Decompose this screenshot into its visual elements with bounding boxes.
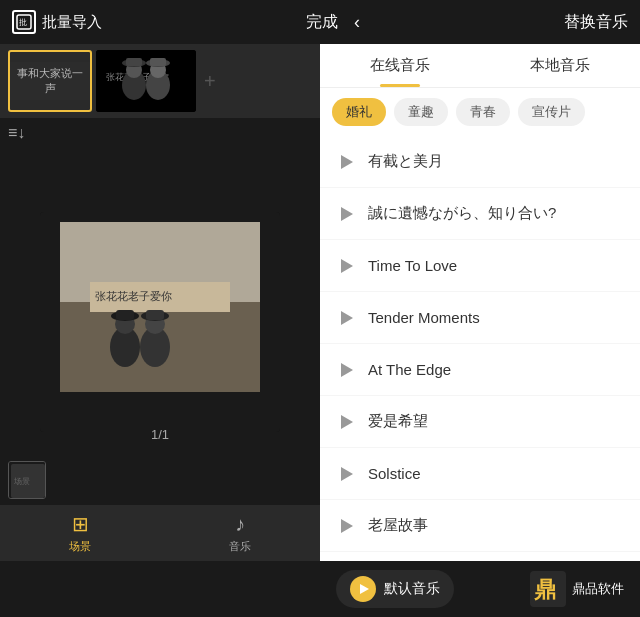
music-tabs: 在线音乐 本地音乐	[320, 44, 640, 88]
play-btn-5[interactable]	[336, 411, 358, 433]
tab-local-music[interactable]: 本地音乐	[480, 44, 640, 87]
strip-thumb-1[interactable]: 场景	[8, 461, 46, 499]
svg-rect-21	[116, 310, 134, 320]
svg-text:批: 批	[19, 18, 27, 27]
complete-button[interactable]: 完成	[306, 12, 338, 33]
play-arrow-icon	[360, 584, 369, 594]
music-item-1[interactable]: 誠に遺憾ながら、知り合い?	[320, 188, 640, 240]
music-title-3: Tender Moments	[368, 309, 480, 326]
svg-text:鼎: 鼎	[534, 577, 556, 602]
bottom-strip: 场景	[0, 455, 320, 505]
play-triangle-icon-4	[341, 363, 353, 377]
right-panel: 在线音乐 本地音乐 婚礼 童趣 青春 宣传片 有截と美月 誠に遺憾ながら、知り合…	[320, 44, 640, 617]
category-row: 婚礼 童趣 青春 宣传片	[320, 88, 640, 136]
music-icon: ♪	[235, 513, 245, 536]
video-preview: 张花花老子爱你 1/1	[0, 192, 320, 452]
svg-text:张花花老子爱你: 张花花老子爱你	[95, 290, 172, 302]
timeline-row: 事和大家说一声 张花花老子爱你 +	[0, 44, 320, 118]
play-btn-3[interactable]	[336, 307, 358, 329]
music-title-7: 老屋故事	[368, 516, 428, 535]
music-item-0[interactable]: 有截と美月	[320, 136, 640, 188]
play-btn-7[interactable]	[336, 515, 358, 537]
music-title-0: 有截と美月	[368, 152, 443, 171]
sort-icon[interactable]: ≡↓	[8, 124, 25, 142]
left-panel: 事和大家说一声 张花花老子爱你 +	[0, 44, 320, 561]
play-btn-6[interactable]	[336, 463, 358, 485]
clip-2[interactable]: 张花花老子爱你	[96, 50, 196, 112]
preview-frame: 张花花老子爱你	[40, 212, 280, 432]
music-item-2[interactable]: Time To Love	[320, 240, 640, 292]
svg-rect-25	[146, 310, 164, 320]
music-title-1: 誠に遺憾ながら、知り合い?	[368, 204, 556, 223]
category-children[interactable]: 童趣	[394, 98, 448, 126]
import-icon: 批	[12, 10, 36, 34]
logo-icon: 鼎	[530, 571, 566, 607]
import-label[interactable]: 批量导入	[42, 13, 102, 32]
right-bottom-bar: 默认音乐 鼎 鼎品软件	[320, 561, 640, 617]
play-btn-4[interactable]	[336, 359, 358, 381]
category-wedding[interactable]: 婚礼	[332, 98, 386, 126]
music-item-3[interactable]: Tender Moments	[320, 292, 640, 344]
music-item-6[interactable]: Solstice	[320, 448, 640, 500]
svg-text:场景: 场景	[13, 477, 30, 486]
clip-1-label[interactable]: 事和大家说一声	[10, 62, 90, 101]
back-arrow-icon[interactable]: ‹	[354, 12, 360, 33]
play-circle-icon	[350, 576, 376, 602]
music-title-4: At The Edge	[368, 361, 451, 378]
play-btn-2[interactable]	[336, 255, 358, 277]
play-btn-0[interactable]	[336, 151, 358, 173]
nav-item-scene[interactable]: ⊞ 场景	[0, 512, 160, 554]
category-youth[interactable]: 青春	[456, 98, 510, 126]
svg-rect-11	[150, 58, 166, 66]
top-bar: 批 批量导入 完成 ‹ 替换音乐	[0, 0, 640, 44]
play-triangle-icon-7	[341, 519, 353, 533]
play-triangle-icon-0	[341, 155, 353, 169]
play-triangle-icon-1	[341, 207, 353, 221]
page-counter: 1/1	[151, 427, 169, 442]
music-title-6: Solstice	[368, 465, 421, 482]
play-triangle-icon-6	[341, 467, 353, 481]
default-music-label: 默认音乐	[384, 580, 440, 598]
play-triangle-icon-2	[341, 259, 353, 273]
music-item-8[interactable]: 轻松浪漫场景音乐	[320, 552, 640, 561]
nav-label-music: 音乐	[229, 539, 251, 554]
top-bar-center: 完成 ‹	[306, 12, 360, 33]
tab-online-music[interactable]: 在线音乐	[320, 44, 480, 87]
music-title-2: Time To Love	[368, 257, 457, 274]
replace-music-label: 替换音乐	[564, 12, 628, 33]
sort-row: ≡↓	[0, 118, 320, 148]
nav-item-music[interactable]: ♪ 音乐	[160, 513, 320, 554]
scene-icon: ⊞	[72, 512, 89, 536]
category-promo[interactable]: 宣传片	[518, 98, 585, 126]
nav-label-scene: 场景	[69, 539, 91, 554]
music-item-5[interactable]: 爱是希望	[320, 396, 640, 448]
play-triangle-icon-3	[341, 311, 353, 325]
import-section: 批 批量导入	[12, 10, 102, 34]
default-music-button[interactable]: 默认音乐	[336, 570, 454, 608]
play-btn-1[interactable]	[336, 203, 358, 225]
music-list: 有截と美月 誠に遺憾ながら、知り合い? Time To Love Tender …	[320, 136, 640, 561]
logo-text: 鼎品软件	[572, 580, 624, 598]
play-triangle-icon-5	[341, 415, 353, 429]
add-clip-icon[interactable]: +	[204, 70, 216, 93]
logo-area: 鼎 鼎品软件	[530, 571, 624, 607]
music-title-5: 爱是希望	[368, 412, 428, 431]
bottom-nav: ⊞ 场景 ♪ 音乐	[0, 505, 320, 561]
clip-1[interactable]: 事和大家说一声	[8, 50, 92, 112]
clip-2-thumb: 张花花老子爱你	[96, 50, 196, 112]
music-item-7[interactable]: 老屋故事	[320, 500, 640, 552]
svg-rect-9	[126, 58, 142, 66]
music-item-4[interactable]: At The Edge	[320, 344, 640, 396]
